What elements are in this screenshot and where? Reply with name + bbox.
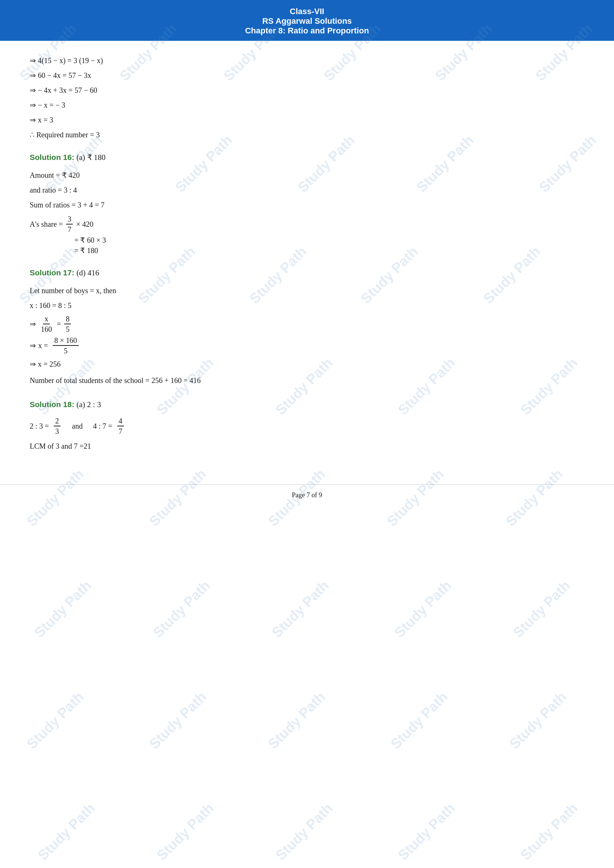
watermark-39: Study Path [273, 800, 336, 863]
s18-ratio1-text: 2 : 3 = [30, 422, 49, 431]
s16-sum: Sum of ratios = 3 + 4 = 7 [30, 198, 584, 211]
intro-eq1: ⇒ 4(15 − x) = 3 (19 − x) [30, 54, 584, 67]
s16-share-label: A's share = [30, 220, 63, 229]
s17-eq3: ⇒ x = 256 [30, 358, 584, 370]
s17-implies: ⇒ [30, 319, 36, 329]
s17-eq2-fraction: 8 × 160 5 [53, 335, 78, 355]
watermark-29: Study Path [269, 577, 332, 641]
intro-eq5: ⇒ x = 3 [30, 113, 584, 126]
s18-and: and [72, 422, 83, 431]
s17-lhs-num: x [43, 314, 50, 324]
s18-frac1-num: 2 [54, 416, 60, 426]
watermark-33: Study Path [146, 689, 210, 752]
solution16-label: Solution 16: (a) ₹ 180 [30, 153, 584, 162]
watermark-34: Study Path [265, 689, 329, 752]
solution17-label: Solution 17: (d) 416 [30, 268, 584, 277]
s17-eq1-equals: = [57, 320, 61, 329]
watermark-31: Study Path [510, 577, 574, 641]
watermark-30: Study Path [391, 577, 455, 641]
s16-share-result1: = ₹ 60 × 3 [74, 236, 584, 245]
s16-amount: Amount = ₹ 420 [30, 169, 584, 181]
intro-eq3: ⇒ − 4x + 3x = 57 − 60 [30, 84, 584, 96]
solution17-heading: Solution 17: (d) 416 [30, 268, 99, 277]
s18-frac2-num: 4 [117, 416, 124, 426]
s18-lcm: LCM of 3 and 7 =21 [30, 440, 584, 453]
s16-share-mult: × 420 [76, 220, 93, 229]
watermark-32: Study Path [24, 689, 87, 752]
watermark-35: Study Path [388, 689, 451, 752]
s17-rhs-den: 5 [64, 324, 71, 334]
solution18-section: Solution 18: (a) 2 : 3 2 : 3 = 2 3 and 4… [30, 400, 584, 453]
header-class: Class-VII [4, 7, 610, 16]
s16-share-fraction: 3 7 [66, 214, 73, 234]
solution17-section: Solution 17: (d) 416 Let number of boys … [30, 268, 584, 387]
s18-frac2: 4 7 [117, 416, 124, 436]
header-book: RS Aggarwal Solutions [4, 16, 610, 26]
header-chapter: Chapter 8: Ratio and Proportion [4, 26, 610, 36]
solution16-heading: Solution 16: (a) ₹ 180 [30, 153, 105, 161]
s17-lhs-fraction: x 160 [39, 314, 53, 334]
s18-frac2-den: 7 [117, 426, 124, 436]
s18-frac1-den: 3 [54, 426, 60, 436]
solution18-heading: Solution 18: (a) 2 : 3 [30, 400, 101, 409]
watermark-40: Study Path [395, 800, 459, 863]
s16-ratio: and ratio = 3 : 4 [30, 184, 584, 196]
watermark-36: Study Path [506, 689, 570, 752]
intro-eq2: ⇒ 60 − 4x = 57 − 3x [30, 69, 584, 82]
s18-frac1: 2 3 [54, 416, 60, 436]
s17-implies2: ⇒ [30, 341, 36, 350]
main-content: ⇒ 4(15 − x) = 3 (19 − x) ⇒ 60 − 4x = 57 … [0, 41, 614, 477]
s17-lhs-den: 160 [39, 324, 53, 334]
s17-eq2-num: 8 × 160 [53, 335, 78, 346]
watermark-28: Study Path [150, 577, 214, 641]
page-number: Page 7 of 9 [292, 491, 322, 499]
s18-ratio2-text: 4 : 7 = [93, 422, 113, 431]
s17-rhs-fraction: 8 5 [64, 314, 71, 334]
solution16-section: Solution 16: (a) ₹ 180 Amount = ₹ 420 an… [30, 153, 584, 255]
s16-frac-numerator: 3 [66, 214, 73, 225]
page-footer: Page 7 of 9 [0, 484, 614, 506]
watermark-38: Study Path [154, 800, 217, 863]
s17-eq2-den: 5 [62, 346, 69, 355]
s17-total: Number of total students of the school =… [30, 374, 584, 387]
page-header: Class-VII RS Aggarwal Solutions Chapter … [0, 0, 614, 41]
intro-eq4: ⇒ − x = − 3 [30, 99, 584, 111]
s16-share-eq: A's share = 3 7 × 420 [30, 214, 584, 234]
s17-eq2: ⇒ x = 8 × 160 5 [30, 335, 584, 355]
solution18-label: Solution 18: (a) 2 : 3 [30, 400, 584, 409]
s17-x-label: x = [38, 341, 48, 350]
s16-frac-denominator: 7 [66, 225, 73, 234]
s17-rhs-num: 8 [64, 314, 71, 324]
s17-line2: x : 160 = 8 : 5 [30, 299, 584, 312]
s18-line1: 2 : 3 = 2 3 and 4 : 7 = 4 7 [30, 416, 584, 436]
s17-line1: Let number of boys = x, then [30, 284, 584, 297]
watermark-37: Study Path [35, 800, 98, 863]
s17-eq1: ⇒ x 160 = 8 5 [30, 314, 584, 334]
watermark-41: Study Path [518, 800, 581, 863]
s16-share-result2: = ₹ 180 [74, 246, 584, 255]
intro-therefore: ∴ Required number = 3 [30, 129, 584, 141]
watermark-27: Study Path [31, 577, 95, 641]
